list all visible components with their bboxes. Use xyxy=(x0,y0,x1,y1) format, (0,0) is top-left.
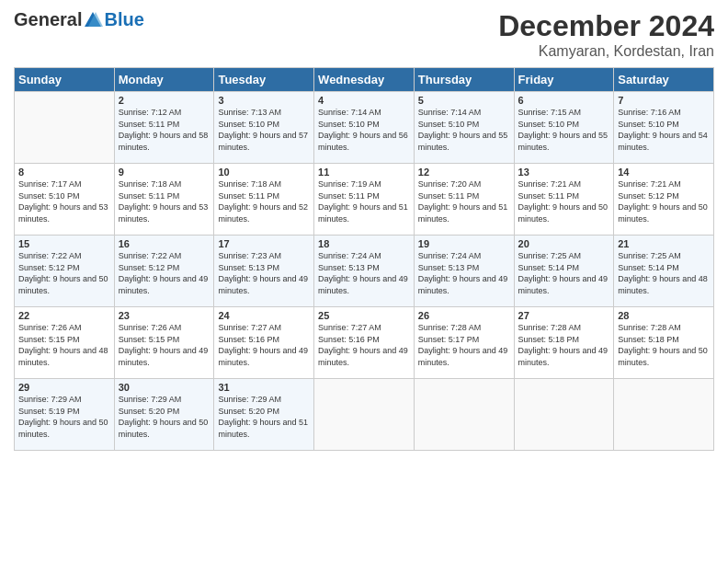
day-number: 31 xyxy=(218,382,310,393)
day-info: Sunrise: 7:28 AMSunset: 5:18 PMDaylight:… xyxy=(518,323,609,367)
day-info: Sunrise: 7:12 AMSunset: 5:11 PMDaylight:… xyxy=(119,108,209,152)
day-info: Sunrise: 7:27 AMSunset: 5:16 PMDaylight:… xyxy=(318,323,408,367)
header: General Blue December 2024 Kamyaran, Kor… xyxy=(14,9,714,60)
day-number: 4 xyxy=(318,95,410,106)
day-info: Sunrise: 7:14 AMSunset: 5:10 PMDaylight:… xyxy=(418,108,508,152)
cell-w1-d3: 11Sunrise: 7:19 AMSunset: 5:11 PMDayligh… xyxy=(314,164,415,236)
day-info: Sunrise: 7:28 AMSunset: 5:17 PMDaylight:… xyxy=(418,323,508,367)
header-saturday: Saturday xyxy=(614,68,714,92)
cell-w1-d2: 10Sunrise: 7:18 AMSunset: 5:11 PMDayligh… xyxy=(214,164,314,236)
logo: General Blue xyxy=(14,9,144,30)
week-row-2: 15Sunrise: 7:22 AMSunset: 5:12 PMDayligh… xyxy=(15,236,714,307)
day-number: 24 xyxy=(218,310,310,321)
day-info: Sunrise: 7:21 AMSunset: 5:12 PMDaylight:… xyxy=(618,179,708,224)
header-thursday: Thursday xyxy=(414,68,514,92)
cell-w2-d6: 21Sunrise: 7:25 AMSunset: 5:14 PMDayligh… xyxy=(614,236,714,307)
cell-w3-d1: 23Sunrise: 7:26 AMSunset: 5:15 PMDayligh… xyxy=(114,307,214,379)
day-info: Sunrise: 7:17 AMSunset: 5:10 PMDaylight:… xyxy=(18,179,108,224)
day-number: 19 xyxy=(418,238,510,249)
day-info: Sunrise: 7:29 AMSunset: 5:19 PMDaylight:… xyxy=(18,395,108,439)
day-number: 5 xyxy=(418,95,510,106)
day-info: Sunrise: 7:18 AMSunset: 5:11 PMDaylight:… xyxy=(218,179,308,224)
cell-w1-d4: 12Sunrise: 7:20 AMSunset: 5:11 PMDayligh… xyxy=(414,164,514,236)
day-number: 17 xyxy=(218,238,310,249)
cell-w4-d6 xyxy=(614,379,714,451)
cell-w0-d0 xyxy=(15,92,115,164)
day-number: 29 xyxy=(18,382,110,393)
day-info: Sunrise: 7:24 AMSunset: 5:13 PMDaylight:… xyxy=(318,251,408,295)
cell-w2-d3: 18Sunrise: 7:24 AMSunset: 5:13 PMDayligh… xyxy=(314,236,415,307)
day-number: 28 xyxy=(618,310,710,321)
day-number: 18 xyxy=(318,238,410,249)
day-number: 15 xyxy=(18,238,110,249)
header-monday: Monday xyxy=(114,68,214,92)
day-info: Sunrise: 7:16 AMSunset: 5:10 PMDaylight:… xyxy=(618,108,708,152)
day-number: 14 xyxy=(618,167,710,178)
day-info: Sunrise: 7:29 AMSunset: 5:20 PMDaylight:… xyxy=(119,395,209,439)
cell-w3-d0: 22Sunrise: 7:26 AMSunset: 5:15 PMDayligh… xyxy=(15,307,115,379)
logo-general: General xyxy=(14,9,82,30)
cell-w4-d2: 31Sunrise: 7:29 AMSunset: 5:20 PMDayligh… xyxy=(214,379,314,451)
day-info: Sunrise: 7:22 AMSunset: 5:12 PMDaylight:… xyxy=(18,251,108,295)
logo-blue: Blue xyxy=(104,9,143,30)
title-block: December 2024 Kamyaran, Kordestan, Iran xyxy=(498,9,714,60)
cell-w1-d5: 13Sunrise: 7:21 AMSunset: 5:11 PMDayligh… xyxy=(514,164,614,236)
day-info: Sunrise: 7:25 AMSunset: 5:14 PMDaylight:… xyxy=(518,251,609,295)
cell-w2-d0: 15Sunrise: 7:22 AMSunset: 5:12 PMDayligh… xyxy=(15,236,115,307)
day-info: Sunrise: 7:18 AMSunset: 5:11 PMDaylight:… xyxy=(119,179,209,224)
header-tuesday: Tuesday xyxy=(214,68,314,92)
day-info: Sunrise: 7:19 AMSunset: 5:11 PMDaylight:… xyxy=(318,179,408,224)
header-wednesday: Wednesday xyxy=(314,68,415,92)
cell-w0-d3: 4Sunrise: 7:14 AMSunset: 5:10 PMDaylight… xyxy=(314,92,415,164)
day-info: Sunrise: 7:20 AMSunset: 5:11 PMDaylight:… xyxy=(418,179,508,224)
day-number: 13 xyxy=(518,167,610,178)
cell-w4-d3 xyxy=(314,379,415,451)
day-number: 7 xyxy=(618,95,710,106)
day-info: Sunrise: 7:26 AMSunset: 5:15 PMDaylight:… xyxy=(18,323,108,367)
day-number: 30 xyxy=(119,382,210,393)
cell-w0-d1: 2Sunrise: 7:12 AMSunset: 5:11 PMDaylight… xyxy=(114,92,214,164)
cell-w3-d4: 26Sunrise: 7:28 AMSunset: 5:17 PMDayligh… xyxy=(414,307,514,379)
cell-w4-d5 xyxy=(514,379,614,451)
cell-w2-d2: 17Sunrise: 7:23 AMSunset: 5:13 PMDayligh… xyxy=(214,236,314,307)
day-number: 25 xyxy=(318,310,410,321)
day-info: Sunrise: 7:25 AMSunset: 5:14 PMDaylight:… xyxy=(618,251,708,295)
cell-w0-d6: 7Sunrise: 7:16 AMSunset: 5:10 PMDaylight… xyxy=(614,92,714,164)
cell-w4-d4 xyxy=(414,379,514,451)
day-number: 2 xyxy=(119,95,210,106)
day-info: Sunrise: 7:27 AMSunset: 5:16 PMDaylight:… xyxy=(218,323,308,367)
week-row-1: 8Sunrise: 7:17 AMSunset: 5:10 PMDaylight… xyxy=(15,164,714,236)
cell-w0-d4: 5Sunrise: 7:14 AMSunset: 5:10 PMDaylight… xyxy=(414,92,514,164)
logo-icon xyxy=(83,10,103,30)
cell-w3-d6: 28Sunrise: 7:28 AMSunset: 5:18 PMDayligh… xyxy=(614,307,714,379)
cell-w1-d0: 8Sunrise: 7:17 AMSunset: 5:10 PMDaylight… xyxy=(15,164,115,236)
day-info: Sunrise: 7:24 AMSunset: 5:13 PMDaylight:… xyxy=(418,251,508,295)
cell-w3-d2: 24Sunrise: 7:27 AMSunset: 5:16 PMDayligh… xyxy=(214,307,314,379)
cell-w4-d0: 29Sunrise: 7:29 AMSunset: 5:19 PMDayligh… xyxy=(15,379,115,451)
day-info: Sunrise: 7:21 AMSunset: 5:11 PMDaylight:… xyxy=(518,179,609,224)
cell-w3-d3: 25Sunrise: 7:27 AMSunset: 5:16 PMDayligh… xyxy=(314,307,415,379)
day-info: Sunrise: 7:29 AMSunset: 5:20 PMDaylight:… xyxy=(218,395,308,439)
day-number: 20 xyxy=(518,238,610,249)
day-number: 10 xyxy=(218,167,310,178)
day-info: Sunrise: 7:23 AMSunset: 5:13 PMDaylight:… xyxy=(218,251,308,295)
day-info: Sunrise: 7:22 AMSunset: 5:12 PMDaylight:… xyxy=(119,251,209,295)
day-number: 3 xyxy=(218,95,310,106)
day-number: 22 xyxy=(18,310,110,321)
day-info: Sunrise: 7:15 AMSunset: 5:10 PMDaylight:… xyxy=(518,108,609,152)
day-info: Sunrise: 7:28 AMSunset: 5:18 PMDaylight:… xyxy=(618,323,708,367)
cell-w1-d1: 9Sunrise: 7:18 AMSunset: 5:11 PMDaylight… xyxy=(114,164,214,236)
cell-w2-d5: 20Sunrise: 7:25 AMSunset: 5:14 PMDayligh… xyxy=(514,236,614,307)
month-title: December 2024 xyxy=(498,9,714,43)
cell-w4-d1: 30Sunrise: 7:29 AMSunset: 5:20 PMDayligh… xyxy=(114,379,214,451)
header-friday: Friday xyxy=(514,68,614,92)
day-number: 6 xyxy=(518,95,610,106)
header-row: Sunday Monday Tuesday Wednesday Thursday… xyxy=(15,68,714,92)
cell-w2-d4: 19Sunrise: 7:24 AMSunset: 5:13 PMDayligh… xyxy=(414,236,514,307)
day-number: 16 xyxy=(119,238,210,249)
cell-w0-d2: 3Sunrise: 7:13 AMSunset: 5:10 PMDaylight… xyxy=(214,92,314,164)
day-number: 12 xyxy=(418,167,510,178)
week-row-4: 29Sunrise: 7:29 AMSunset: 5:19 PMDayligh… xyxy=(15,379,714,451)
main-container: General Blue December 2024 Kamyaran, Kor… xyxy=(0,0,728,460)
cell-w2-d1: 16Sunrise: 7:22 AMSunset: 5:12 PMDayligh… xyxy=(114,236,214,307)
